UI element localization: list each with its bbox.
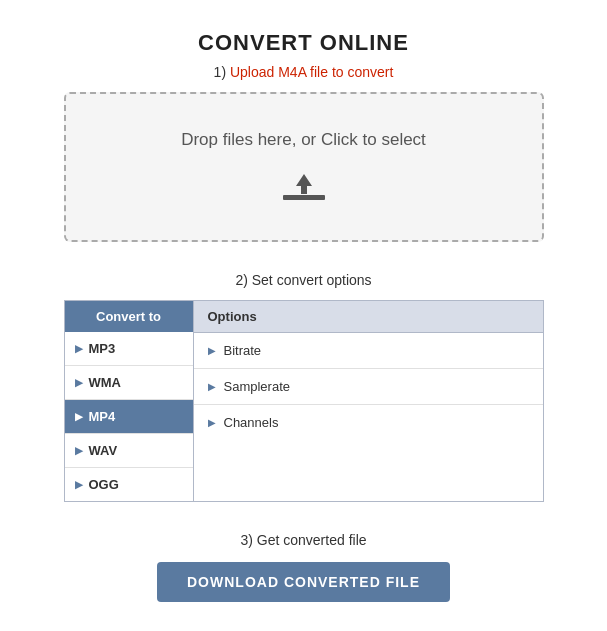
step1-label: 1) Upload M4A file to convert bbox=[214, 64, 394, 80]
option-item-samplerate[interactable]: ▶ Samplerate bbox=[194, 369, 543, 405]
arrow-icon-wav: ▶ bbox=[75, 445, 83, 456]
arrow-icon-channels: ▶ bbox=[208, 417, 216, 428]
format-label-mp3: MP3 bbox=[89, 341, 116, 356]
option-label-samplerate: Samplerate bbox=[224, 379, 290, 394]
arrow-icon-bitrate: ▶ bbox=[208, 345, 216, 356]
svg-marker-1 bbox=[296, 174, 312, 194]
format-item-ogg[interactable]: ▶ OGG bbox=[65, 468, 193, 501]
format-label-mp4: MP4 bbox=[89, 409, 116, 424]
page-title: CONVERT ONLINE bbox=[198, 30, 409, 56]
options-panel: Options ▶ Bitrate ▶ Samplerate ▶ Channel… bbox=[194, 300, 544, 502]
format-label-wma: WMA bbox=[89, 375, 122, 390]
option-label-bitrate: Bitrate bbox=[224, 343, 262, 358]
step3-label: 3) Get converted file bbox=[240, 532, 366, 548]
convert-section: Convert to ▶ MP3 ▶ WMA ▶ MP4 ▶ WAV ▶ OGG… bbox=[64, 300, 544, 502]
format-list-header: Convert to bbox=[65, 301, 193, 332]
format-item-wav[interactable]: ▶ WAV bbox=[65, 434, 193, 468]
format-item-mp3[interactable]: ▶ MP3 bbox=[65, 332, 193, 366]
arrow-icon-mp3: ▶ bbox=[75, 343, 83, 354]
option-item-channels[interactable]: ▶ Channels bbox=[194, 405, 543, 440]
arrow-icon-ogg: ▶ bbox=[75, 479, 83, 490]
format-list: Convert to ▶ MP3 ▶ WMA ▶ MP4 ▶ WAV ▶ OGG bbox=[64, 300, 194, 502]
arrow-icon-samplerate: ▶ bbox=[208, 381, 216, 392]
format-item-mp4[interactable]: ▶ MP4 bbox=[65, 400, 193, 434]
arrow-icon-wma: ▶ bbox=[75, 377, 83, 388]
dropzone-text: Drop files here, or Click to select bbox=[181, 130, 426, 150]
options-header: Options bbox=[194, 301, 543, 333]
option-label-channels: Channels bbox=[224, 415, 279, 430]
svg-rect-0 bbox=[283, 195, 325, 200]
dropzone[interactable]: Drop files here, or Click to select bbox=[64, 92, 544, 242]
arrow-icon-mp4: ▶ bbox=[75, 411, 83, 422]
download-button[interactable]: DOWNLOAD CONVERTED FILE bbox=[157, 562, 450, 602]
format-label-ogg: OGG bbox=[89, 477, 119, 492]
upload-icon bbox=[281, 168, 327, 204]
format-label-wav: WAV bbox=[89, 443, 118, 458]
step2-label: 2) Set convert options bbox=[235, 272, 371, 288]
option-item-bitrate[interactable]: ▶ Bitrate bbox=[194, 333, 543, 369]
format-item-wma[interactable]: ▶ WMA bbox=[65, 366, 193, 400]
